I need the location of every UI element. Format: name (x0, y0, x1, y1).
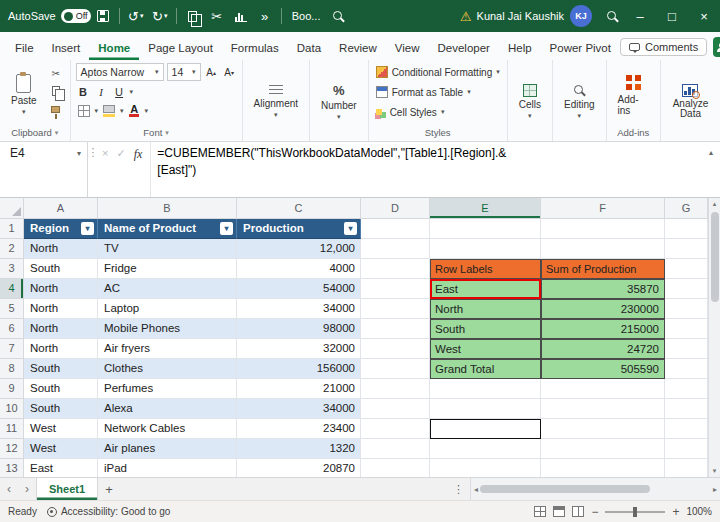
format-painter-button[interactable] (47, 101, 65, 117)
tab-help[interactable]: Help (499, 37, 541, 60)
cell-A6[interactable]: North (24, 319, 98, 339)
cell-F8[interactable]: 505590 (541, 359, 665, 379)
cell-E7[interactable]: West (430, 339, 541, 359)
editing-button[interactable]: Editing ▾ (558, 63, 601, 140)
cell-D12[interactable] (361, 439, 430, 459)
cell-B5[interactable]: Laptop (98, 299, 237, 319)
cell-B10[interactable]: Alexa (98, 399, 237, 419)
zoom-level[interactable]: 100% (686, 506, 712, 517)
cell-G5[interactable] (665, 299, 708, 319)
quick-access-overflow-button[interactable]: » (253, 4, 277, 28)
cell-B12[interactable]: Air planes (98, 439, 237, 459)
cell-D3[interactable] (361, 259, 430, 279)
cell-A3[interactable]: South (24, 259, 98, 279)
tab-file[interactable]: File (6, 37, 43, 60)
cell-F13[interactable] (541, 459, 665, 477)
cell-E2[interactable] (430, 239, 541, 259)
cell-F7[interactable]: 24720 (541, 339, 665, 359)
row-header-7[interactable]: 7 (0, 339, 24, 359)
cell-D5[interactable] (361, 299, 430, 319)
dialog-launcher-icon[interactable]: ▾ (165, 129, 169, 137)
cell-F1[interactable] (541, 219, 665, 239)
cell-B7[interactable]: Air fryers (98, 339, 237, 359)
share-button[interactable]: ▾ (713, 37, 720, 57)
italic-button[interactable]: I (94, 83, 109, 100)
select-all-button[interactable] (0, 198, 24, 219)
increase-font-button[interactable]: A▴ (204, 64, 219, 81)
cell-F6[interactable]: 215000 (541, 319, 665, 339)
column-header-D[interactable]: D (361, 198, 430, 219)
cell-G9[interactable] (665, 379, 708, 399)
column-header-C[interactable]: C (237, 198, 361, 219)
cell-D11[interactable] (361, 419, 430, 439)
cell-B1[interactable]: Name of Product▾ (98, 219, 237, 239)
cell-C8[interactable]: 156000 (237, 359, 361, 379)
normal-view-button[interactable] (534, 506, 546, 517)
sheet-more-icon[interactable]: ⋮ (447, 483, 470, 496)
cell-C9[interactable]: 21000 (237, 379, 361, 399)
cell-G11[interactable] (665, 419, 708, 439)
row-header-6[interactable]: 6 (0, 319, 24, 339)
page-layout-view-button[interactable] (553, 506, 565, 517)
cut-button[interactable]: ✂ (47, 65, 65, 81)
horizontal-scroll-thumb[interactable] (480, 485, 650, 493)
cell-E5[interactable]: North (430, 299, 541, 319)
paste-button[interactable]: Paste ▾ (5, 63, 43, 126)
cell-C10[interactable]: 34000 (237, 399, 361, 419)
cell-E11[interactable] (430, 419, 541, 439)
cell-A10[interactable]: South (24, 399, 98, 419)
redo-button[interactable]: ↻▾ (148, 4, 172, 28)
cell-F11[interactable] (541, 419, 665, 439)
cell-B3[interactable]: Fridge (98, 259, 237, 279)
undo-button[interactable]: ↺▾ (124, 4, 148, 28)
formula-bar-grip-icon[interactable]: ⋮ (88, 142, 98, 197)
filter-dropdown-icon[interactable]: ▾ (220, 222, 233, 235)
warning-icon[interactable]: ⚠ (460, 9, 472, 24)
cell-B9[interactable]: Perfumes (98, 379, 237, 399)
cell-C4[interactable]: 54000 (237, 279, 361, 299)
cell-D9[interactable] (361, 379, 430, 399)
row-header-8[interactable]: 8 (0, 359, 24, 379)
cell-A7[interactable]: North (24, 339, 98, 359)
cell-B6[interactable]: Mobile Phones (98, 319, 237, 339)
cell-E6[interactable]: South (430, 319, 541, 339)
cell-B4[interactable]: AC (98, 279, 237, 299)
insert-function-icon[interactable]: fx (134, 147, 143, 162)
cell-G10[interactable] (665, 399, 708, 419)
column-header-A[interactable]: A (24, 198, 98, 219)
cell-E8[interactable]: Grand Total (430, 359, 541, 379)
tab-home[interactable]: Home (89, 37, 139, 60)
row-header-4[interactable]: 4 (0, 279, 24, 299)
cell-D10[interactable] (361, 399, 430, 419)
cell-F9[interactable] (541, 379, 665, 399)
cell-A1[interactable]: Region▾ (24, 219, 98, 239)
row-header-10[interactable]: 10 (0, 399, 24, 419)
cell-E13[interactable] (430, 459, 541, 477)
cell-G12[interactable] (665, 439, 708, 459)
row-header-1[interactable]: 1 (0, 219, 24, 239)
cell-F4[interactable]: 35870 (541, 279, 665, 299)
row-header-12[interactable]: 12 (0, 439, 24, 459)
cell-C1[interactable]: Production▾ (237, 219, 361, 239)
zoom-slider[interactable] (605, 511, 665, 513)
search-button[interactable] (326, 4, 350, 28)
scroll-up-icon[interactable]: ▴ (713, 198, 717, 210)
number-button[interactable]: % Number ▾ (315, 63, 363, 140)
zoom-slider-knob[interactable] (633, 507, 637, 517)
alignment-button[interactable]: Alignment ▾ (248, 63, 304, 140)
cell-A4[interactable]: North (24, 279, 98, 299)
cell-A5[interactable]: North (24, 299, 98, 319)
cell-F3[interactable]: Sum of Production (541, 259, 665, 279)
tab-data[interactable]: Data (288, 37, 330, 60)
font-size-select[interactable]: 14▾ (167, 63, 201, 81)
cell-A8[interactable]: South (24, 359, 98, 379)
comments-button[interactable]: Comments (620, 38, 707, 56)
minimize-button[interactable]: – (624, 0, 656, 32)
filter-dropdown-icon[interactable]: ▾ (81, 222, 94, 235)
conditional-formatting-button[interactable]: Conditional Formatting ▾ (374, 63, 502, 81)
cell-D1[interactable] (361, 219, 430, 239)
sheet-nav-left-icon[interactable]: ‹ (0, 482, 18, 496)
tab-developer[interactable]: Developer (429, 37, 499, 60)
workbook-title[interactable]: Boo... (292, 10, 321, 22)
cell-C7[interactable]: 32000 (237, 339, 361, 359)
